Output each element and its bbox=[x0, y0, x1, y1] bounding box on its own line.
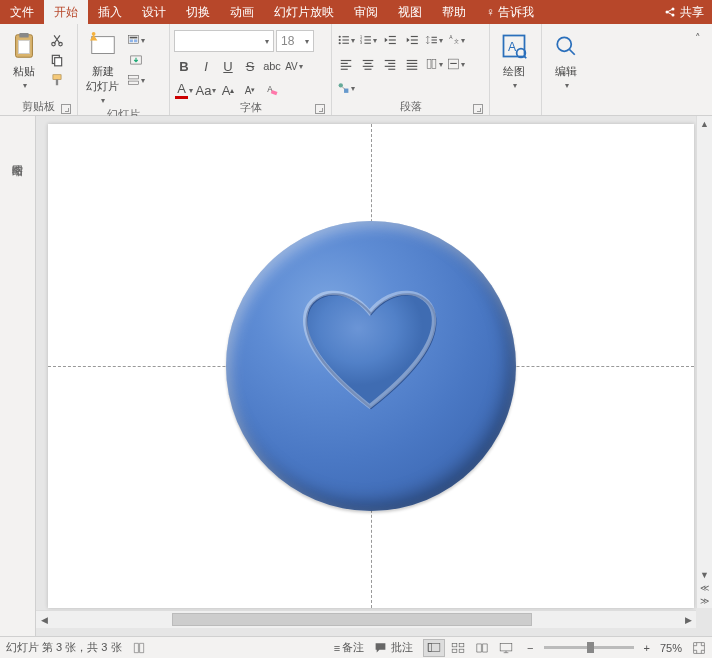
paragraph-dialog-launcher[interactable] bbox=[473, 104, 483, 114]
convert-smartart-button[interactable]: ▾ bbox=[336, 78, 356, 98]
svg-text:3: 3 bbox=[360, 41, 362, 45]
decrease-indent-button[interactable] bbox=[380, 30, 400, 50]
font-group-label: 字体 bbox=[240, 101, 262, 113]
prev-slide-button[interactable]: ≪ bbox=[700, 583, 709, 593]
svg-rect-19 bbox=[129, 76, 139, 79]
fit-to-window-button[interactable] bbox=[692, 641, 706, 655]
tab-slideshow[interactable]: 幻灯片放映 bbox=[264, 0, 344, 24]
bold-button[interactable]: B bbox=[174, 56, 194, 76]
vertical-scrollbar[interactable]: ▲ ▼ ≪ ≫ bbox=[696, 116, 712, 608]
clipboard-dialog-launcher[interactable] bbox=[61, 104, 71, 114]
normal-view-button[interactable] bbox=[423, 639, 445, 657]
italic-button[interactable]: I bbox=[196, 56, 216, 76]
bullets-button[interactable]: ▾ bbox=[336, 30, 356, 50]
share-button[interactable]: 共享 bbox=[656, 0, 712, 24]
group-font: ▾ 18▾ B I U S abc AV▾ A▾ Aa▾ A▴ bbox=[170, 24, 332, 115]
align-text-button[interactable]: ▾ bbox=[446, 54, 466, 74]
hscroll-thumb[interactable] bbox=[172, 613, 532, 626]
svg-rect-46 bbox=[341, 60, 352, 61]
copy-button[interactable] bbox=[48, 52, 66, 68]
underline-button[interactable]: U bbox=[218, 56, 238, 76]
tab-review[interactable]: 审阅 bbox=[344, 0, 388, 24]
comments-button[interactable]: 批注 bbox=[374, 640, 413, 655]
zoom-slider[interactable] bbox=[544, 646, 634, 649]
align-left-button[interactable] bbox=[336, 54, 356, 74]
slideshow-view-button[interactable] bbox=[495, 639, 517, 657]
line-spacing-button[interactable]: ▾ bbox=[424, 30, 444, 50]
layout-button[interactable]: ▾ bbox=[127, 32, 145, 48]
strikethrough-button[interactable]: S bbox=[240, 56, 260, 76]
tell-me-label: 告诉我 bbox=[498, 4, 534, 21]
text-direction-button[interactable]: A文▾ bbox=[446, 30, 466, 50]
notes-button[interactable]: ≡ 备注 bbox=[334, 640, 364, 655]
tab-help[interactable]: 帮助 bbox=[432, 0, 476, 24]
tab-design[interactable]: 设计 bbox=[132, 0, 176, 24]
notes-label: 备注 bbox=[342, 640, 364, 655]
reset-button[interactable] bbox=[127, 52, 145, 68]
justify-button[interactable] bbox=[402, 54, 422, 74]
svg-rect-54 bbox=[385, 60, 396, 61]
grow-font-button[interactable]: A▴ bbox=[218, 80, 238, 100]
svg-rect-38 bbox=[411, 36, 418, 37]
align-center-button[interactable] bbox=[358, 54, 378, 74]
next-slide-button[interactable]: ≫ bbox=[700, 596, 709, 606]
font-size-combo[interactable]: 18▾ bbox=[276, 30, 314, 52]
font-color-button[interactable]: A▾ bbox=[174, 80, 194, 100]
shrink-font-button[interactable]: A▾ bbox=[240, 80, 260, 100]
reading-view-button[interactable] bbox=[471, 639, 493, 657]
scroll-down-button[interactable]: ▼ bbox=[697, 567, 712, 583]
tab-transitions[interactable]: 切换 bbox=[176, 0, 220, 24]
scroll-left-button[interactable]: ◀ bbox=[36, 615, 52, 625]
increase-indent-button[interactable] bbox=[402, 30, 422, 50]
svg-point-6 bbox=[52, 42, 56, 46]
cut-button[interactable] bbox=[48, 32, 66, 48]
svg-rect-77 bbox=[459, 649, 464, 653]
tab-animations[interactable]: 动画 bbox=[220, 0, 264, 24]
circle-shape[interactable] bbox=[226, 221, 516, 511]
collapse-ribbon-button[interactable]: ˄ bbox=[688, 28, 708, 48]
columns-button[interactable]: ▾ bbox=[424, 54, 444, 74]
drawing-label: 绘图 bbox=[503, 64, 525, 79]
horizontal-scrollbar[interactable]: ◀ ▶ bbox=[36, 610, 696, 628]
drawing-button[interactable]: A 绘图 ▾ bbox=[494, 28, 534, 92]
notes-icon: ≡ bbox=[334, 642, 338, 654]
spell-check-button[interactable] bbox=[132, 641, 146, 655]
shadow-button[interactable]: abc bbox=[262, 56, 282, 76]
new-slide-icon bbox=[87, 30, 119, 62]
scroll-right-button[interactable]: ▶ bbox=[680, 615, 696, 625]
section-button[interactable]: ▾ bbox=[127, 72, 145, 88]
font-family-combo[interactable]: ▾ bbox=[174, 30, 274, 52]
clipboard-icon bbox=[8, 30, 40, 62]
align-right-button[interactable] bbox=[380, 54, 400, 74]
char-spacing-button[interactable]: AV▾ bbox=[284, 56, 304, 76]
thumbnail-pane-collapsed[interactable]: 缩略图 bbox=[0, 116, 36, 636]
new-slide-button[interactable]: 新建 幻灯片 ▾ bbox=[82, 28, 123, 107]
find-icon bbox=[550, 30, 582, 62]
sorter-view-button[interactable] bbox=[447, 639, 469, 657]
tab-view[interactable]: 视图 bbox=[388, 0, 432, 24]
clear-formatting-button[interactable]: A bbox=[262, 80, 282, 100]
svg-rect-73 bbox=[428, 643, 432, 651]
slide-counter[interactable]: 幻灯片 第 3 张，共 3 张 bbox=[6, 640, 122, 655]
slide-canvas[interactable] bbox=[48, 124, 694, 608]
numbering-button[interactable]: 123▾ bbox=[358, 30, 378, 50]
heart-shape[interactable] bbox=[296, 285, 446, 415]
paste-button[interactable]: 粘贴 ▾ bbox=[4, 28, 44, 92]
zoom-in-button[interactable]: + bbox=[644, 642, 650, 654]
zoom-out-button[interactable]: − bbox=[527, 642, 533, 654]
bulb-icon: ♀ bbox=[486, 5, 495, 19]
editing-button[interactable]: 编辑 ▾ bbox=[546, 28, 586, 92]
tab-home[interactable]: 开始 bbox=[44, 0, 88, 24]
zoom-level[interactable]: 75% bbox=[660, 642, 682, 654]
svg-text:文: 文 bbox=[454, 38, 459, 44]
comment-icon bbox=[374, 641, 387, 654]
scroll-up-button[interactable]: ▲ bbox=[697, 116, 712, 132]
svg-rect-49 bbox=[341, 69, 348, 70]
tab-insert[interactable]: 插入 bbox=[88, 0, 132, 24]
change-case-button[interactable]: Aa▾ bbox=[196, 80, 216, 100]
tab-file[interactable]: 文件 bbox=[0, 0, 44, 24]
font-dialog-launcher[interactable] bbox=[315, 104, 325, 114]
svg-rect-41 bbox=[432, 37, 437, 38]
tab-tell-me[interactable]: ♀ 告诉我 bbox=[476, 0, 544, 24]
format-painter-button[interactable] bbox=[48, 72, 66, 88]
